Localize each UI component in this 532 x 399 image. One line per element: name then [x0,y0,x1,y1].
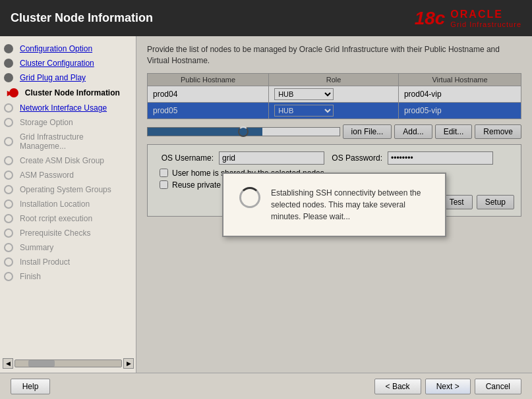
bullet-root-execution [4,214,13,223]
bullet-grid-infrastructure [4,137,13,146]
bullet-prerequisite [4,228,13,238]
sidebar-scrollbar[interactable] [15,359,122,367]
sidebar-label-cluster-node-information: Cluster Node Information [25,88,120,97]
bullet-network-interface-usage [4,103,13,113]
scroll-right-btn[interactable]: ▶ [123,358,134,369]
bullet-summary [4,243,13,252]
sidebar-label-configuration-option: Configuration Option [20,44,92,53]
sidebar-item-prerequisite-checks: Prerequisite Checks [0,226,136,240]
bullet-install-product [4,257,13,267]
sidebar-label-summary: Summary [20,243,53,252]
version-label: 18c [415,8,446,29]
bullet-create-asm [4,156,13,165]
sidebar-item-network-interface-usage[interactable]: Network Interface Usage [0,101,136,115]
oracle-text: ORACLE [450,9,503,20]
oracle-brand: ORACLE Grid Infrastructure [450,9,521,28]
bullet-asm-password [4,171,13,180]
sidebar-item-installation-location: Installation Location [0,197,136,211]
bullet-grid-plug-and-play [4,73,13,82]
sidebar-scroll-area: ◀ ▶ [0,356,136,371]
content-area: Provide the list of nodes to be managed … [136,36,532,373]
sidebar-item-create-asm-disk-group: Create ASM Disk Group [0,153,136,168]
sidebar-item-cluster-node-information[interactable]: ► Cluster Node Information [0,85,136,101]
sidebar-item-summary: Summary [0,240,136,255]
sidebar-label-prerequisite: Prerequisite Checks [20,228,90,238]
sidebar-item-root-script-execution: Root rcript execution [0,211,136,226]
sidebar-label-os-groups: Operating System Groups [20,185,111,194]
bullet-finish [4,272,13,281]
sidebar-label-root-execution: Root rcript execution [20,214,92,223]
modal-overlay: Establishing SSH connectivity between th… [136,36,532,373]
cancel-button[interactable]: Cancel [475,379,521,394]
sidebar-label-storage-option: Storage Option [20,118,73,127]
sidebar-label-finish: Finish [20,272,41,281]
sidebar-label-grid-plug-and-play: Grid Plug and Play [20,73,86,82]
modal-message: Establishing SSH connectivity between th… [271,187,429,223]
sidebar-item-operating-system-groups: Operating System Groups [0,182,136,197]
scrollbar-thumb [28,360,55,367]
bullet-configuration-option [4,44,13,53]
main-layout: Configuration Option Cluster Configurati… [0,36,532,373]
bullet-installation-location [4,200,13,209]
bottom-navigation: Help < Back Next > Cancel [0,373,532,399]
ssh-progress-modal: Establishing SSH connectivity between th… [222,173,446,237]
sidebar-item-configuration-option[interactable]: Configuration Option [0,41,136,56]
loading-spinner-icon [239,187,260,208]
sidebar-label-asm-password: ASM Password [20,171,74,180]
sidebar-item-cluster-configuration[interactable]: Cluster Configuration [0,56,136,70]
sidebar-item-grid-infrastructure-management: Grid Infrastructure Manageme... [0,130,136,153]
sidebar-label-installation-location: Installation Location [20,200,90,209]
sidebar-label-network-interface-usage: Network Interface Usage [20,103,107,113]
sidebar-label-cluster-configuration: Cluster Configuration [20,59,94,68]
sidebar-label-grid-infrastructure: Grid Infrastructure Manageme... [20,132,131,151]
bullet-os-groups [4,185,13,194]
sidebar-item-finish: Finish [0,269,136,284]
sidebar-label-install-product: Install Product [20,257,70,267]
sidebar-item-grid-plug-and-play[interactable]: Grid Plug and Play [0,70,136,85]
app-title: Cluster Node Information [11,11,153,25]
next-button[interactable]: Next > [425,379,471,394]
bullet-cluster-configuration [4,59,13,68]
help-button[interactable]: Help [11,379,50,394]
sidebar-label-create-asm: Create ASM Disk Group [20,156,104,165]
bullet-storage-option [4,118,13,127]
oracle-product: Grid Infrastructure [450,20,521,28]
sidebar-item-storage-option: Storage Option [0,115,136,130]
app-header: Cluster Node Information 18c ORACLE Grid… [0,0,532,36]
scroll-left-btn[interactable]: ◀ [3,358,13,369]
sidebar-item-asm-password: ASM Password [0,168,136,182]
sidebar: Configuration Option Cluster Configurati… [0,36,136,373]
sidebar-item-install-product: Install Product [0,255,136,269]
nav-buttons-right: < Back Next > Cancel [374,379,521,394]
bullet-cluster-node-information [9,88,18,97]
oracle-logo: 18c ORACLE Grid Infrastructure [415,8,521,29]
back-button[interactable]: < Back [374,379,421,394]
